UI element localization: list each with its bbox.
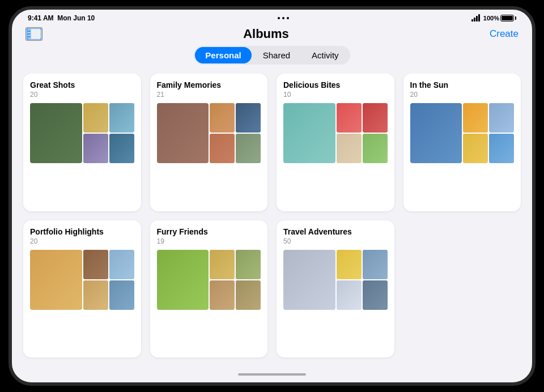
home-indicator	[12, 369, 532, 382]
status-indicators: 100%	[471, 15, 516, 22]
album-title: Travel Adventures	[283, 227, 388, 236]
nav-header: Albums Create	[12, 24, 532, 46]
ipad-device: 9:41 AM Mon Jun 10 100%	[8, 6, 536, 386]
status-dots	[278, 17, 289, 19]
album-title: Portfolio Highlights	[30, 227, 134, 236]
album-great-shots[interactable]: Great Shots 20	[23, 74, 141, 211]
tab-shared[interactable]: Shared	[253, 47, 300, 63]
album-count: 20	[30, 91, 134, 99]
status-time-date: 9:41 AM Mon Jun 10	[28, 14, 95, 22]
album-furry-friends[interactable]: Furry Friends 19	[150, 220, 268, 358]
status-bar: 9:41 AM Mon Jun 10 100%	[12, 10, 532, 24]
album-title: Great Shots	[30, 80, 134, 90]
album-count: 10	[283, 91, 388, 99]
create-button[interactable]: Create	[490, 28, 518, 40]
page-title: Albums	[243, 27, 289, 41]
album-title: In the Sun	[410, 80, 515, 90]
album-count: 20	[30, 237, 134, 245]
album-count: 21	[157, 91, 261, 99]
album-count: 20	[410, 91, 515, 99]
album-count: 50	[283, 237, 388, 245]
album-portfolio-highlights[interactable]: Portfolio Highlights 20	[23, 220, 141, 358]
sidebar-toggle-button[interactable]	[26, 27, 42, 41]
segment-control: Personal Shared Activity	[194, 46, 350, 65]
tab-activity[interactable]: Activity	[301, 47, 349, 63]
albums-grid: Great Shots 20 Family Memories 21	[12, 74, 532, 369]
album-in-the-sun[interactable]: In the Sun 20	[403, 74, 521, 211]
album-title: Furry Friends	[157, 227, 261, 236]
album-count: 19	[157, 237, 261, 245]
album-travel-adventures[interactable]: Travel Adventures 50	[277, 220, 394, 358]
wifi-icon	[471, 15, 480, 22]
album-title: Family Memories	[157, 80, 261, 90]
album-family-memories[interactable]: Family Memories 21	[150, 74, 268, 211]
album-title: Delicious Bites	[283, 80, 388, 90]
segment-container: Personal Shared Activity	[12, 46, 532, 65]
album-delicious-bites[interactable]: Delicious Bites 10	[277, 74, 394, 211]
battery-indicator: 100%	[483, 15, 516, 22]
tab-personal[interactable]: Personal	[195, 47, 251, 63]
